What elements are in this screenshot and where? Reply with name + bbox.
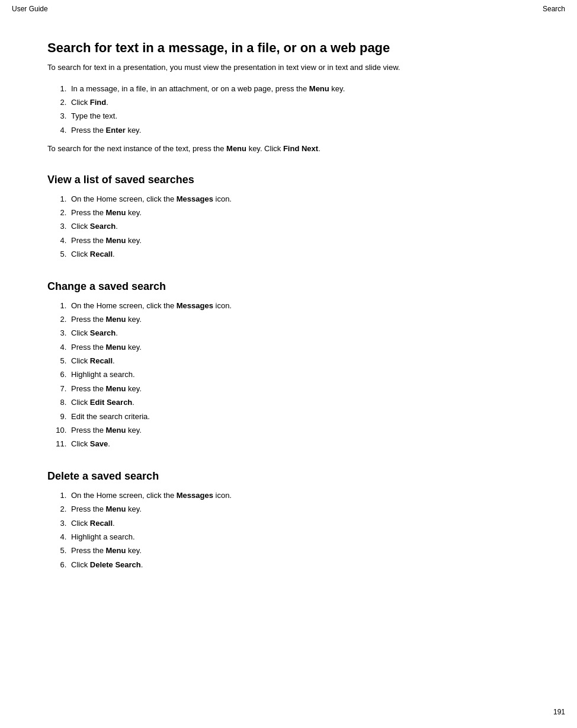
list-item: Press the Menu key. — [69, 312, 530, 326]
bold-text: Menu — [106, 315, 126, 324]
list-item: Click Delete Search. — [69, 558, 530, 571]
bold-text: Recall — [90, 250, 113, 258]
section-search-text-steps: In a message, in a file, in an attachmen… — [69, 82, 530, 138]
list-item: Highlight a search. — [69, 530, 530, 544]
section-delete-saved-search-steps: On the Home screen, click the Messages i… — [69, 488, 530, 571]
header-left: User Guide — [12, 5, 48, 13]
bold-text: Find — [90, 98, 106, 107]
list-item: Click Edit Search. — [69, 395, 530, 409]
bold-text: Menu — [106, 505, 126, 513]
list-item: Press the Menu key. — [69, 382, 530, 395]
page-number: 191 — [553, 708, 565, 716]
list-item: Press the Menu key. — [69, 423, 530, 437]
list-item: Press the Menu key. — [69, 544, 530, 557]
bold-text: Menu — [106, 343, 126, 352]
section-view-saved-searches: View a list of saved searches On the Hom… — [47, 174, 530, 261]
list-item: Highlight a search. — [69, 368, 530, 381]
list-item: Click Search. — [69, 326, 530, 340]
bold-text: Menu — [309, 84, 329, 93]
page-header: User Guide Search — [0, 0, 577, 17]
bold-text: Messages — [177, 301, 213, 310]
section-search-text-intro: To search for text in a presentation, yo… — [47, 62, 530, 74]
section-change-saved-search-heading: Change a saved search — [47, 280, 530, 293]
section-view-saved-searches-heading: View a list of saved searches — [47, 174, 530, 186]
bold-text: Messages — [177, 491, 213, 500]
list-item: Type the text. — [69, 109, 530, 123]
page-footer: 191 — [553, 708, 565, 716]
section-change-saved-search: Change a saved search On the Home screen… — [47, 280, 530, 451]
bold-text: Menu — [106, 426, 126, 435]
list-item: Click Recall. — [69, 516, 530, 530]
list-item: Press the Menu key. — [69, 340, 530, 354]
section-delete-saved-search: Delete a saved search On the Home screen… — [47, 470, 530, 571]
list-item: Click Search. — [69, 219, 530, 233]
list-item: Click Recall. — [69, 354, 530, 368]
bold-text: Menu — [106, 236, 126, 245]
bold-text: Enter — [106, 126, 126, 135]
section-change-saved-search-steps: On the Home screen, click the Messages i… — [69, 299, 530, 451]
bold-text: Delete Search — [90, 560, 141, 569]
section-search-text: Search for text in a message, in a file,… — [47, 40, 530, 155]
list-item: Press the Enter key. — [69, 123, 530, 137]
list-item: Press the Menu key. — [69, 206, 530, 219]
section-search-text-note: To search for the next instance of the t… — [47, 143, 530, 155]
bold-text: Menu — [106, 546, 126, 555]
bold-text: Edit Search — [90, 398, 133, 407]
section-search-text-heading: Search for text in a message, in a file,… — [47, 40, 530, 56]
section-delete-saved-search-heading: Delete a saved search — [47, 470, 530, 483]
list-item: On the Home screen, click the Messages i… — [69, 192, 530, 206]
bold-text: Menu — [226, 144, 246, 153]
bold-text: Find Next — [283, 144, 318, 153]
bold-text: Menu — [106, 384, 126, 393]
list-item: Edit the search criteria. — [69, 410, 530, 423]
list-item: On the Home screen, click the Messages i… — [69, 299, 530, 312]
list-item: Click Find. — [69, 95, 530, 109]
list-item: Press the Menu key. — [69, 234, 530, 247]
list-item: In a message, in a file, in an attachmen… — [69, 82, 530, 95]
bold-text: Search — [90, 328, 116, 337]
list-item: Click Save. — [69, 437, 530, 451]
section-view-saved-searches-steps: On the Home screen, click the Messages i… — [69, 192, 530, 261]
bold-text: Save — [90, 439, 108, 448]
header-right: Search — [543, 5, 565, 13]
bold-text: Search — [90, 222, 116, 231]
list-item: On the Home screen, click the Messages i… — [69, 488, 530, 502]
list-item: Press the Menu key. — [69, 502, 530, 516]
bold-text: Recall — [90, 356, 113, 365]
bold-text: Recall — [90, 519, 113, 528]
bold-text: Menu — [106, 208, 126, 217]
list-item: Click Recall. — [69, 247, 530, 261]
main-content: Search for text in a message, in a file,… — [0, 17, 577, 626]
bold-text: Messages — [177, 194, 213, 203]
